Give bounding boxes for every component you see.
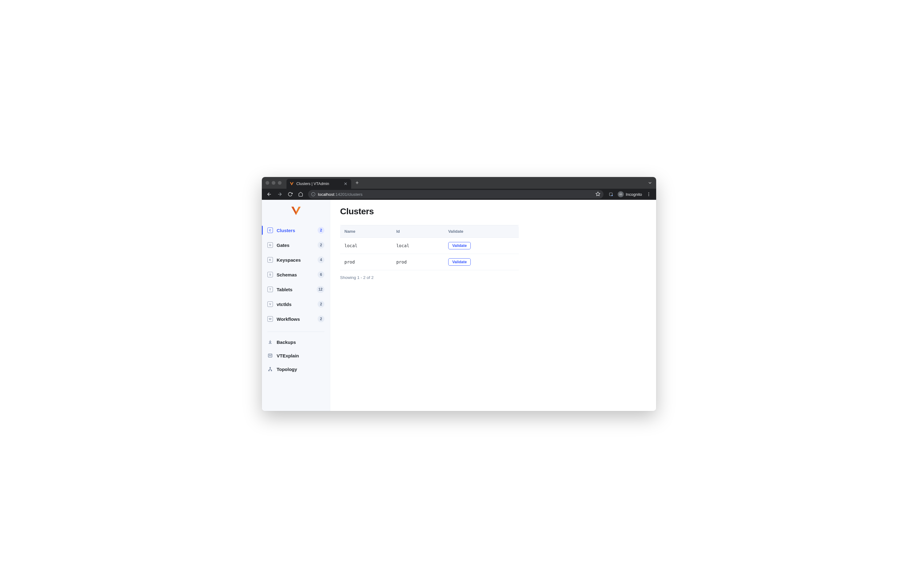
cell-name: prod xyxy=(340,254,392,270)
letter-box-icon: G xyxy=(267,242,273,248)
cell-name: local xyxy=(340,237,392,254)
letter-box-icon: V xyxy=(267,301,273,307)
tree-icon xyxy=(267,366,273,372)
sidebar-item-vtctlds[interactable]: Vvtctlds2 xyxy=(262,298,330,311)
count-badge: 4 xyxy=(317,257,324,263)
sidebar-separator xyxy=(267,331,324,332)
table-row: prodprodValidate xyxy=(340,254,519,270)
sidebar-item-keyspaces[interactable]: KKeyspaces4 xyxy=(262,254,330,266)
home-button[interactable] xyxy=(296,190,305,199)
sidebar-item-vtexplain[interactable]: VTExplain xyxy=(262,350,330,362)
col-name: Name xyxy=(340,225,392,237)
count-badge: 12 xyxy=(317,286,324,293)
svg-marker-5 xyxy=(596,192,600,196)
count-badge: 2 xyxy=(317,301,324,307)
browser-tab[interactable]: Clusters | VTAdmin ✕ xyxy=(287,179,351,189)
forward-button[interactable] xyxy=(275,190,284,199)
svg-point-9 xyxy=(621,194,622,195)
app-root: CClusters2GGates2KKeyspaces4SSchemas6TTa… xyxy=(262,200,656,411)
address-bar[interactable]: localhost:14201/clusters xyxy=(308,190,604,199)
window-controls xyxy=(266,181,282,185)
svg-point-13 xyxy=(648,195,649,196)
svg-point-8 xyxy=(620,194,621,195)
bookmark-icon[interactable] xyxy=(596,192,601,197)
sidebar-item-backups[interactable]: Backups xyxy=(262,336,330,348)
sidebar-item-label: Keyspaces xyxy=(277,257,314,263)
svg-point-20 xyxy=(271,370,272,371)
count-badge: 2 xyxy=(317,227,324,234)
col-id: Id xyxy=(392,225,444,237)
sidebar-item-label: VTExplain xyxy=(277,353,299,359)
url-path: :14201/clusters xyxy=(334,192,363,197)
letter-box-icon: C xyxy=(267,228,273,233)
nav-primary: CClusters2GGates2KKeyspaces4SSchemas6TTa… xyxy=(262,224,330,327)
site-info-icon[interactable] xyxy=(311,192,316,196)
sidebar-item-label: Topology xyxy=(277,367,297,372)
browser-menu-icon[interactable] xyxy=(644,190,653,199)
col-validate: Validate xyxy=(444,225,519,237)
nav-secondary: BackupsVTExplainTopology xyxy=(262,336,330,377)
count-badge: 2 xyxy=(317,242,324,249)
titlebar: Clusters | VTAdmin ✕ + xyxy=(262,177,656,189)
sidebar-item-label: Clusters xyxy=(277,228,314,233)
list-icon xyxy=(267,353,273,359)
letter-box-icon: T xyxy=(267,287,273,292)
cell-validate: Validate xyxy=(444,237,519,254)
sidebar-item-workflows[interactable]: WWorkflows2 xyxy=(262,312,330,325)
svg-point-12 xyxy=(648,194,649,195)
cell-id: prod xyxy=(392,254,444,270)
count-badge: 6 xyxy=(317,271,324,278)
url-text: localhost:14201/clusters xyxy=(318,192,363,197)
cell-id: local xyxy=(392,237,444,254)
browser-window: Clusters | VTAdmin ✕ + localhost:14201/c… xyxy=(262,177,656,411)
svg-point-19 xyxy=(269,370,270,371)
sidebar-item-label: Workflows xyxy=(277,317,314,322)
svg-point-11 xyxy=(648,192,649,193)
tabstrip-menu[interactable] xyxy=(648,180,652,185)
sidebar-item-label: Tablets xyxy=(277,287,313,292)
traffic-minimize[interactable] xyxy=(272,181,275,185)
sidebar-item-schemas[interactable]: SSchemas6 xyxy=(262,268,330,281)
download-icon xyxy=(267,339,273,345)
sidebar-item-topology[interactable]: Topology xyxy=(262,363,330,375)
app-logo[interactable] xyxy=(262,202,330,224)
page-title: Clusters xyxy=(340,207,646,216)
sidebar-item-label: Backups xyxy=(277,339,296,345)
sidebar-item-label: vtctlds xyxy=(277,302,314,307)
incognito-label: Incognito xyxy=(626,192,642,197)
sidebar-item-label: Schemas xyxy=(277,272,314,277)
reload-button[interactable] xyxy=(286,190,295,199)
letter-box-icon: K xyxy=(267,257,273,263)
main-content: Clusters Name Id Validate locallocalVali… xyxy=(330,200,656,411)
count-badge: 2 xyxy=(317,315,324,322)
new-tab-button[interactable]: + xyxy=(354,180,361,186)
url-host: localhost xyxy=(318,192,334,197)
sidebar-item-clusters[interactable]: CClusters2 xyxy=(262,224,330,237)
pager-text: Showing 1 - 2 of 2 xyxy=(340,275,646,280)
svg-point-7 xyxy=(612,195,613,196)
back-button[interactable] xyxy=(265,190,274,199)
traffic-zoom[interactable] xyxy=(278,181,282,185)
incognito-indicator[interactable]: Incognito xyxy=(617,191,643,197)
validate-button[interactable]: Validate xyxy=(448,258,471,266)
extensions-icon[interactable] xyxy=(607,190,615,199)
incognito-icon xyxy=(618,191,624,197)
table-row: locallocalValidate xyxy=(340,237,519,254)
tab-title: Clusters | VTAdmin xyxy=(296,182,341,186)
vitess-favicon-icon xyxy=(290,182,294,186)
tab-close-icon[interactable]: ✕ xyxy=(343,182,348,186)
clusters-table: Name Id Validate locallocalValidateprodp… xyxy=(340,225,519,270)
sidebar-item-tablets[interactable]: TTablets12 xyxy=(262,283,330,296)
letter-box-icon: W xyxy=(267,316,273,322)
browser-toolbar: localhost:14201/clusters Incognito xyxy=(262,189,656,200)
svg-point-18 xyxy=(270,367,271,368)
letter-box-icon: S xyxy=(267,272,273,277)
cell-validate: Validate xyxy=(444,254,519,270)
traffic-close[interactable] xyxy=(266,181,269,185)
validate-button[interactable]: Validate xyxy=(448,242,471,249)
sidebar-item-label: Gates xyxy=(277,242,314,248)
sidebar: CClusters2GGates2KKeyspaces4SSchemas6TTa… xyxy=(262,200,330,411)
sidebar-item-gates[interactable]: GGates2 xyxy=(262,239,330,252)
